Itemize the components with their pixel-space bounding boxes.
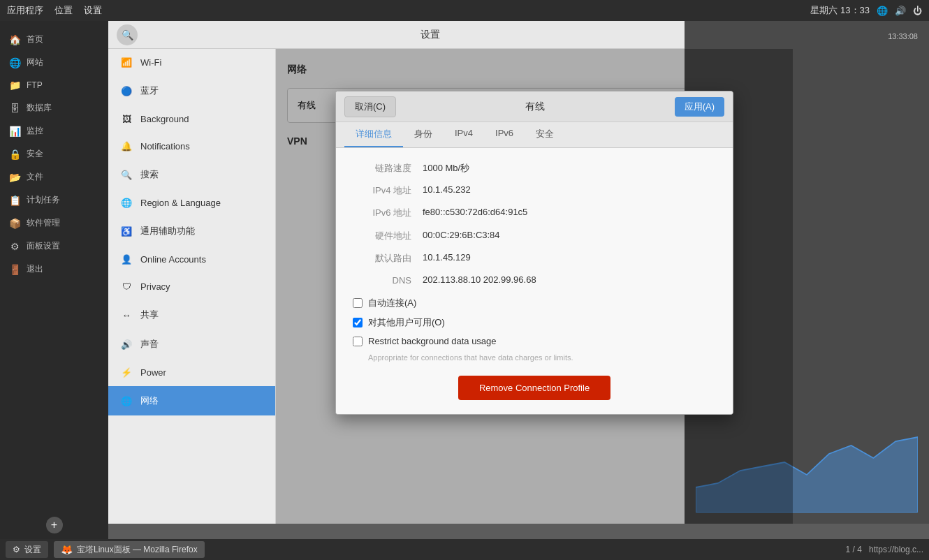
sidebar-item-online-accounts[interactable]: 👤 Online Accounts (108, 246, 275, 273)
sidebar-monitor-label: 监控 (27, 125, 43, 137)
sidebar-item-website[interactable]: 🌐 网站 (0, 51, 108, 74)
tab-ipv4[interactable]: IPv4 (444, 122, 484, 147)
sound-icon: 🔊 (895, 6, 906, 16)
taskbar-left: 应用程序 位置 设置 (7, 4, 102, 17)
remove-connection-button[interactable]: Remove Connection Profile (458, 376, 610, 400)
taskbar-right: 星期六 13：33 🌐 🔊 ⏻ (810, 4, 922, 17)
accessibility-icon: ♿ (119, 226, 133, 237)
sidebar-item-wifi[interactable]: 📶 Wi-Fi (108, 49, 275, 76)
ipv4-row: IPv4 地址 10.1.45.232 (353, 184, 716, 197)
sidebar-item-network[interactable]: 🌐 网络 (108, 386, 275, 415)
monitor-icon: 📊 (8, 126, 21, 137)
files-icon: 📂 (8, 172, 21, 183)
firefox-taskbar-item[interactable]: 🦊 宝塔Linux面板 — Mozilla Firefox (54, 541, 205, 558)
sidebar-item-database[interactable]: 🗄 数据库 (0, 96, 108, 119)
tab-ipv6[interactable]: IPv6 (484, 122, 525, 147)
sidebar-item-power[interactable]: ⚡ Power (108, 359, 275, 386)
sidebar-item-home[interactable]: 🏠 首页 (0, 28, 108, 51)
sidebar-item-monitor[interactable]: 📊 监控 (0, 119, 108, 142)
settings-inner-sidebar: 📶 Wi-Fi 🔵 蓝牙 🖼 Background 🔔 Notification… (108, 49, 276, 524)
sidebar-background-label: Background (140, 114, 189, 124)
sidebar-item-panel-settings[interactable]: ⚙ 面板设置 (0, 235, 108, 258)
auto-connect-label: 自动连接(A) (368, 297, 416, 309)
online-accounts-icon: 👤 (119, 254, 133, 265)
ipv4-value: 10.1.45.232 (423, 184, 471, 195)
default-route-value: 10.1.45.129 (423, 252, 471, 263)
dialog-apply-button[interactable]: 应用(A) (675, 97, 724, 117)
sidebar-files-label: 文件 (27, 171, 43, 183)
dialog-cancel-button[interactable]: 取消(C) (344, 96, 396, 117)
background-icon: 🖼 (119, 114, 133, 124)
settings-search-icon[interactable]: 🔍 (117, 24, 138, 45)
sidebar-item-notifications[interactable]: 🔔 Notifications (108, 133, 275, 160)
sidebar-item-background[interactable]: 🖼 Background (108, 105, 275, 133)
sidebar-tasks-label: 计划任务 (27, 194, 60, 206)
sidebar-item-tasks[interactable]: 📋 计划任务 (0, 189, 108, 212)
dns-value: 202.113.88.10 202.99.96.68 (423, 274, 536, 285)
other-users-row: 对其他用户可用(O) (353, 316, 716, 329)
sidebar-item-logout[interactable]: 🚪 退出 (0, 258, 108, 281)
sidebar-item-security[interactable]: 🔒 安全 (0, 142, 108, 165)
browser-background: 🔍 设置 － 口 ✕ 📶 Wi-Fi 🔵 (108, 21, 929, 539)
link-speed-value: 1000 Mb/秒 (423, 162, 469, 175)
auto-connect-checkbox[interactable] (353, 298, 363, 308)
hardware-row: 硬件地址 00:0C:29:6B:C3:84 (353, 230, 716, 242)
modal-overlay: 取消(C) 有线 应用(A) 详细信息 身份 IPv4 IPv6 安全 (276, 49, 793, 524)
other-users-checkbox[interactable] (353, 318, 363, 327)
sidebar-item-search[interactable]: 🔍 搜索 (108, 160, 275, 189)
sidebar-item-software[interactable]: 📦 软件管理 (0, 212, 108, 235)
ipv6-value: fe80::c530:72d6:d64:91c5 (423, 207, 527, 217)
dns-row: DNS 202.113.88.10 202.99.96.68 (353, 274, 716, 287)
privacy-icon: 🛡 (119, 281, 133, 292)
wifi-icon: 📶 (119, 57, 133, 68)
network-icon: 🌐 (877, 6, 888, 16)
location-menu[interactable]: 位置 (54, 4, 73, 17)
tab-details[interactable]: 详细信息 (344, 122, 403, 147)
settings-taskbar-item[interactable]: ⚙ 设置 (6, 541, 48, 558)
search-sidebar-icon: 🔍 (119, 170, 133, 180)
notifications-icon: 🔔 (119, 141, 133, 152)
logout-icon: 🚪 (8, 264, 21, 275)
sidebar-item-files[interactable]: 📂 文件 (0, 165, 108, 189)
main-area: 🏠 首页 🌐 网站 📁 FTP 🗄 数据库 📊 监控 🔒 安全 📂 文件 📋 (0, 21, 929, 539)
sidebar-network-label: 网络 (140, 395, 159, 407)
software-icon: 📦 (8, 218, 21, 229)
settings-menu[interactable]: 设置 (84, 4, 102, 17)
tab-identity[interactable]: 身份 (403, 122, 444, 147)
sidebar-ftp-label: FTP (27, 80, 43, 90)
firefox-taskbar-label: 宝塔Linux面板 — Mozilla Firefox (77, 544, 198, 556)
page-info: 1 / 4 (846, 545, 862, 554)
sidebar-item-region[interactable]: 🌐 Region & Language (108, 189, 275, 216)
sidebar-item-ftp[interactable]: 📁 FTP (0, 74, 108, 96)
sidebar-item-privacy[interactable]: 🛡 Privacy (108, 273, 275, 300)
ipv6-label: IPv6 地址 (353, 207, 423, 219)
sidebar-item-accessibility[interactable]: ♿ 通用辅助功能 (108, 216, 275, 246)
tab-security[interactable]: 安全 (525, 122, 565, 147)
left-panel-sidebar: 🏠 首页 🌐 网站 📁 FTP 🗄 数据库 📊 监控 🔒 安全 📂 文件 📋 (0, 21, 108, 539)
url-display: https://blog.c... (869, 545, 923, 554)
restrict-sublabel: Appropriate for connections that have da… (368, 353, 716, 362)
sidebar-bluetooth-label: 蓝牙 (140, 84, 159, 97)
settings-taskbar-label: 设置 (24, 544, 41, 556)
sidebar-privacy-label: Privacy (140, 281, 170, 292)
dns-label: DNS (353, 274, 423, 287)
sidebar-wifi-label: Wi-Fi (140, 57, 161, 68)
website-icon: 🌐 (8, 57, 21, 68)
app-menu[interactable]: 应用程序 (7, 4, 43, 17)
ftp-icon: 📁 (8, 80, 21, 91)
sidebar-item-bluetooth[interactable]: 🔵 蓝牙 (108, 76, 275, 105)
settings-window: 🔍 设置 － 口 ✕ 📶 Wi-Fi 🔵 (108, 21, 793, 524)
bluetooth-icon: 🔵 (119, 86, 133, 96)
dialog-title: 有线 (396, 101, 675, 113)
sidebar-online-accounts-label: Online Accounts (140, 254, 206, 265)
power-icon: ⏻ (913, 6, 922, 16)
sidebar-add-button[interactable]: + (46, 517, 63, 533)
sidebar-sound-label: 声音 (140, 338, 159, 351)
sidebar-item-sound[interactable]: 🔊 声音 (108, 330, 275, 359)
restrict-row: Restrict background data usage (353, 336, 716, 346)
settings-taskbar-icon: ⚙ (13, 545, 20, 554)
power-sidebar-icon: ⚡ (119, 367, 133, 378)
sidebar-item-sharing[interactable]: ↔ 共享 (108, 300, 275, 330)
restrict-checkbox[interactable] (353, 337, 363, 346)
ipv4-label: IPv4 地址 (353, 184, 423, 197)
